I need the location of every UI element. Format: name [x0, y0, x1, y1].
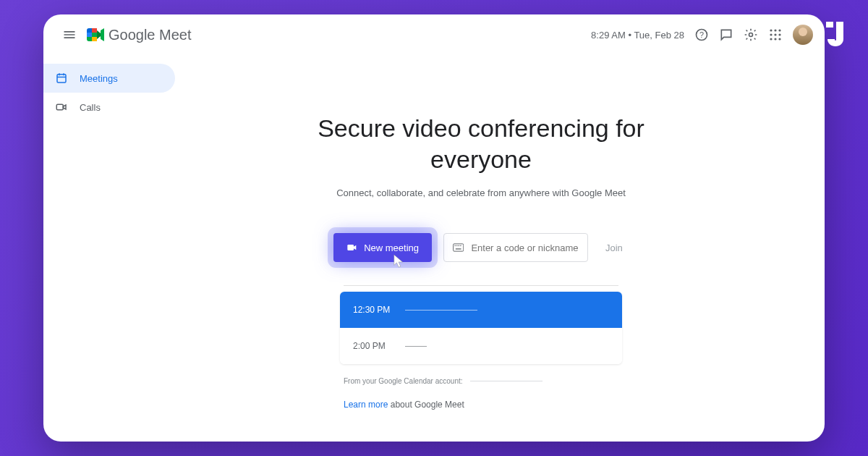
- feedback-icon: [719, 28, 733, 42]
- svg-rect-12: [57, 75, 66, 83]
- feedback-button[interactable]: [719, 28, 733, 42]
- video-icon: [55, 101, 68, 114]
- meeting-row[interactable]: 2:00 PM: [340, 328, 622, 364]
- action-row: New meeting Join: [333, 233, 629, 262]
- calendar-account-note: From your Google Calendar account:: [344, 377, 618, 385]
- sidebar-item-calls[interactable]: Calls: [43, 93, 175, 122]
- header-bar: Google Meet 8:29 AM • Tue, Feb 28 ?: [43, 14, 825, 55]
- svg-rect-18: [459, 245, 459, 246]
- svg-point-3: [770, 29, 772, 31]
- app-title: Google Meet: [109, 27, 192, 43]
- learn-more-text: Learn more about Google Meet: [344, 400, 618, 410]
- svg-point-6: [770, 33, 772, 35]
- join-button[interactable]: Join: [600, 242, 629, 253]
- svg-point-8: [778, 33, 780, 35]
- code-input-wrapper[interactable]: [443, 233, 588, 262]
- main-content: Secure video conferencing for everyone C…: [181, 55, 825, 442]
- gear-icon: [744, 28, 758, 42]
- svg-rect-17: [456, 245, 457, 246]
- page-headline: Secure video conferencing for everyone: [293, 113, 669, 174]
- sidebar-item-label: Meetings: [80, 73, 118, 84]
- new-meeting-button[interactable]: New meeting: [333, 233, 432, 262]
- meeting-time: 2:00 PM: [353, 341, 392, 351]
- app-window: Google Meet 8:29 AM • Tue, Feb 28 ?: [43, 14, 825, 442]
- settings-button[interactable]: [744, 28, 758, 42]
- keyboard-icon: [453, 242, 464, 253]
- sidebar: Meetings Calls: [43, 55, 181, 442]
- new-meeting-label: New meeting: [364, 242, 419, 253]
- app-logo[interactable]: Google Meet: [87, 27, 192, 43]
- learn-more-link[interactable]: Learn more: [344, 400, 388, 410]
- svg-point-10: [774, 38, 776, 40]
- help-button[interactable]: ?: [694, 28, 709, 42]
- svg-point-7: [774, 33, 776, 35]
- svg-rect-13: [56, 104, 63, 110]
- brand-logo-icon: [816, 17, 848, 49]
- header-datetime: 8:29 AM • Tue, Feb 28: [591, 30, 684, 41]
- svg-rect-16: [455, 245, 456, 246]
- svg-point-5: [778, 29, 780, 31]
- calendar-icon: [55, 72, 68, 85]
- svg-text:?: ?: [699, 30, 704, 39]
- video-plus-icon: [346, 242, 358, 253]
- svg-point-4: [774, 29, 776, 31]
- svg-rect-14: [347, 245, 354, 250]
- svg-point-2: [749, 33, 753, 37]
- svg-point-9: [770, 38, 772, 40]
- sidebar-item-meetings[interactable]: Meetings: [43, 64, 175, 93]
- account-avatar[interactable]: [793, 25, 813, 45]
- svg-point-11: [778, 38, 780, 40]
- svg-rect-20: [456, 248, 461, 249]
- hamburger-icon: [62, 28, 77, 42]
- meeting-time: 12:30 PM: [353, 305, 392, 315]
- divider: [344, 285, 618, 286]
- page-subtext: Connect, collaborate, and celebrate from…: [336, 187, 626, 198]
- upcoming-meetings: 12:30 PM 2:00 PM: [340, 292, 622, 364]
- meet-logo-icon: [87, 28, 104, 42]
- apps-button[interactable]: [768, 28, 783, 42]
- svg-rect-15: [454, 244, 464, 251]
- help-icon: ?: [694, 28, 709, 42]
- meeting-title-placeholder: [405, 346, 427, 347]
- code-input[interactable]: [471, 242, 579, 253]
- svg-rect-19: [460, 245, 461, 246]
- meeting-title-placeholder: [405, 310, 477, 311]
- sidebar-item-label: Calls: [80, 102, 101, 113]
- meeting-row[interactable]: 12:30 PM: [340, 292, 622, 328]
- cursor-icon: [393, 253, 406, 269]
- menu-button[interactable]: [55, 20, 84, 49]
- apps-grid-icon: [769, 28, 782, 41]
